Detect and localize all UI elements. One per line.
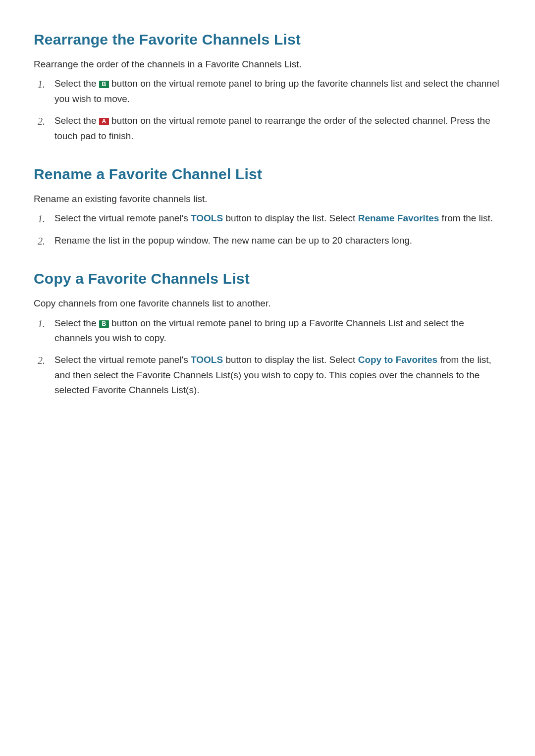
- section: Copy a Favorite Channels ListCopy channe…: [34, 269, 501, 398]
- step-text: Select the: [54, 318, 99, 328]
- step-item: Select the B button on the virtual remot…: [54, 316, 501, 346]
- section-intro: Rearrange the order of the channels in a…: [34, 57, 501, 71]
- section-heading: Rename a Favorite Channel List: [34, 164, 501, 184]
- section-heading: Rearrange the Favorite Channels List: [34, 30, 501, 49]
- section: Rename a Favorite Channel ListRename an …: [34, 164, 501, 248]
- step-item: Select the virtual remote panel's TOOLS …: [54, 211, 501, 226]
- ui-keyword: TOOLS: [191, 213, 223, 223]
- section-intro: Rename an existing favorite channels lis…: [34, 192, 501, 206]
- step-text: button on the virtual remote panel to re…: [54, 115, 490, 141]
- ui-keyword: Copy to Favorites: [358, 354, 437, 365]
- step-text: Select the: [54, 115, 99, 126]
- step-text: button on the virtual remote panel to br…: [54, 318, 464, 343]
- step-text: Select the virtual remote panel's: [54, 354, 191, 365]
- step-item: Select the virtual remote panel's TOOLS …: [54, 353, 501, 398]
- step-list: Select the B button on the virtual remot…: [34, 316, 501, 398]
- remote-button-b-icon: B: [99, 81, 109, 88]
- step-list: Select the virtual remote panel's TOOLS …: [34, 211, 501, 248]
- step-text: button to display the list. Select: [223, 354, 358, 365]
- step-text: Select the: [54, 78, 99, 89]
- step-text: button to display the list. Select: [223, 213, 358, 223]
- step-item: Select the B button on the virtual remot…: [54, 76, 501, 106]
- document-page: Rearrange the Favorite Channels ListRear…: [0, 0, 535, 756]
- section: Rearrange the Favorite Channels ListRear…: [34, 30, 501, 144]
- step-text: button on the virtual remote panel to br…: [54, 78, 499, 103]
- ui-keyword: Rename Favorites: [358, 213, 439, 223]
- remote-button-a-icon: A: [99, 118, 109, 125]
- step-text: Select the virtual remote panel's: [54, 213, 191, 223]
- section-heading: Copy a Favorite Channels List: [34, 269, 501, 288]
- section-intro: Copy channels from one favorite channels…: [34, 296, 501, 310]
- step-item: Rename the list in the popup window. The…: [54, 233, 501, 248]
- step-list: Select the B button on the virtual remot…: [34, 76, 501, 144]
- step-text: from the list.: [439, 213, 493, 223]
- remote-button-b-icon: B: [99, 320, 109, 328]
- step-item: Select the A button on the virtual remot…: [54, 113, 501, 144]
- step-text: Rename the list in the popup window. The…: [54, 235, 412, 246]
- ui-keyword: TOOLS: [191, 354, 223, 365]
